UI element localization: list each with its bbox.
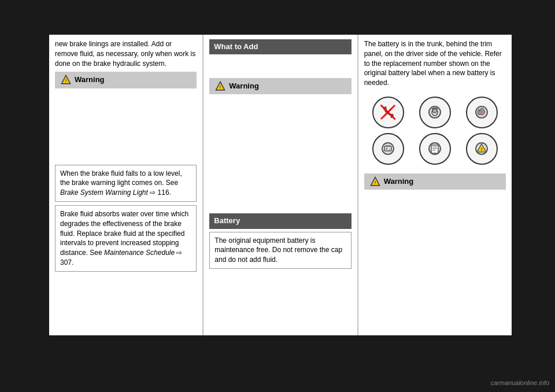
safety-icons-grid: + - <box>364 94 506 168</box>
svg-rect-10 <box>386 145 387 146</box>
brake-text-1: When the brake fluid falls to a low leve… <box>60 169 182 197</box>
warning-bar-1: ! Warning <box>55 72 197 88</box>
column-1: new brake linings are installed. Add or … <box>49 35 203 335</box>
watermark: carmanualonline.info <box>490 379 549 386</box>
column-2: What to Add ! Warning Battery The origin… <box>204 35 357 335</box>
warning-label-2: Warning <box>229 81 259 91</box>
warning-triangle-icon-3: ! <box>370 176 380 187</box>
svg-rect-14 <box>431 145 438 153</box>
svg-text:!: ! <box>374 180 376 185</box>
page-content: new brake linings are installed. Add or … <box>49 35 512 335</box>
safety-glasses-icon <box>414 97 456 128</box>
svg-rect-11 <box>388 145 390 146</box>
column-3: The battery is in the trunk, behind the … <box>358 35 512 335</box>
battery-electrical-icon: + - <box>367 133 409 165</box>
brake-info-box-1: When the brake fluid falls to a low leve… <box>55 165 197 202</box>
warning-triangle-icon-1: ! <box>61 75 71 85</box>
svg-text:!: ! <box>220 84 221 90</box>
manual-icon <box>414 133 456 165</box>
svg-text:!: ! <box>481 147 483 152</box>
brake-ref-1: Brake System Warning Light <box>60 188 148 197</box>
what-to-add-header: What to Add <box>209 39 351 54</box>
battery-location-text: The battery is in the trunk, behind the … <box>364 39 506 88</box>
col1-intro-text: new brake linings are installed. Add or … <box>55 39 197 68</box>
warning-label-3: Warning <box>384 176 414 187</box>
brake-info-box-2: Brake fluid absorbs water over time whic… <box>55 205 197 272</box>
svg-text:+  -: + - <box>386 147 391 151</box>
brake-text-2: Brake fluid absorbs water over time whic… <box>60 210 188 267</box>
svg-text:!: ! <box>65 78 67 83</box>
warning-triangle-icon-2: ! <box>215 81 225 91</box>
brake-ref-2: Maintenance Schedule <box>104 249 175 257</box>
warning-bar-3: ! Warning <box>364 173 506 190</box>
battery-info: The original equipment battery is mainte… <box>209 232 351 269</box>
no-tool-icon <box>367 97 409 128</box>
battery-section-header: Battery <box>209 213 351 228</box>
hazard-icon: ! <box>461 133 503 165</box>
svg-line-3 <box>381 105 395 119</box>
warning-label-1: Warning <box>75 75 105 85</box>
warning-bar-2: ! Warning <box>209 78 351 94</box>
gloves-icon <box>461 97 503 128</box>
